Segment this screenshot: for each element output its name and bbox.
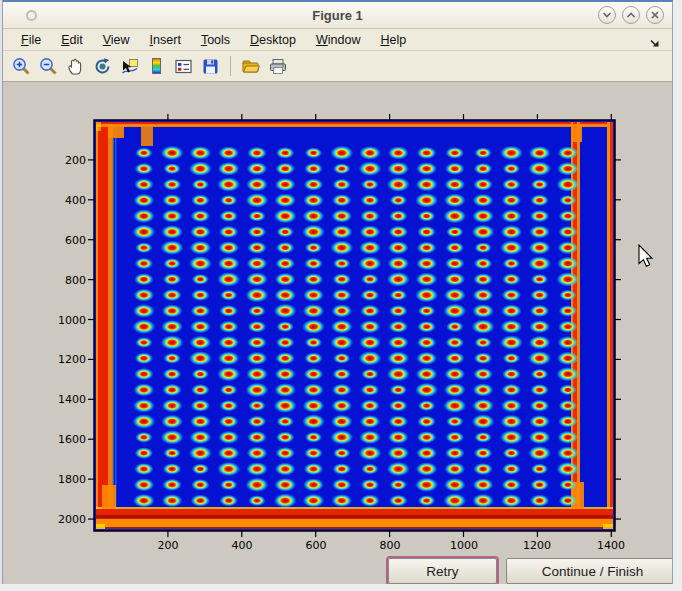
rotate-3d-button[interactable]	[90, 54, 114, 78]
toolbar	[3, 51, 672, 82]
menu-item-file[interactable]: File	[11, 31, 51, 49]
figure-icon	[26, 10, 37, 21]
x-tick-label: 800	[368, 539, 412, 552]
y-tick-label: 600	[44, 234, 86, 247]
retry-button[interactable]: Retry	[388, 558, 497, 584]
y-tick-label: 1200	[44, 353, 86, 366]
zoom-out-icon	[39, 57, 58, 76]
menu-item-desktop[interactable]: Desktop	[240, 31, 306, 49]
print-button[interactable]	[266, 54, 290, 78]
x-tick-label: 600	[294, 539, 338, 552]
colorbar-button[interactable]	[144, 54, 168, 78]
chevron-up-icon	[626, 10, 636, 20]
mouse-cursor-icon	[638, 244, 654, 268]
axes: 2004006008001000120014001600180020002004…	[84, 110, 625, 541]
y-tick-label: 200	[44, 154, 86, 167]
figure-window: Figure 1 File Edit View	[2, 0, 673, 584]
menu-item-edit[interactable]: Edit	[51, 31, 93, 49]
open-button[interactable]	[239, 54, 263, 78]
menubar: File Edit View Insert Tools Desktop Wind…	[3, 29, 672, 51]
arrow-southeast-icon	[649, 37, 660, 48]
x-tick-label: 1400	[589, 539, 633, 552]
x-tick-label: 400	[220, 539, 264, 552]
menu-item-view[interactable]: View	[93, 31, 140, 49]
insert-legend-button[interactable]	[171, 54, 195, 78]
menu-overflow-arrow[interactable]	[649, 34, 660, 52]
zoom-in-icon	[12, 57, 31, 76]
data-cursor-button[interactable]	[117, 54, 141, 78]
close-button[interactable]	[646, 6, 664, 24]
y-tick-label: 400	[44, 194, 86, 207]
menu-item-tools[interactable]: Tools	[191, 31, 240, 49]
toolbar-separator	[230, 56, 231, 76]
window-title: Figure 1	[312, 8, 363, 23]
continue-finish-button[interactable]: Continue / Finish	[506, 558, 672, 584]
save-button[interactable]	[198, 54, 222, 78]
open-folder-icon	[241, 57, 261, 76]
x-tick-label: 1200	[515, 539, 559, 552]
x-tick-label: 200	[146, 539, 190, 552]
shade-button[interactable]	[598, 6, 616, 24]
menu-item-help[interactable]: Help	[370, 31, 416, 49]
zoom-in-button[interactable]	[9, 54, 33, 78]
figure-canvas: 2004006008001000120014001600180020002004…	[3, 82, 672, 585]
maximize-button[interactable]	[622, 6, 640, 24]
y-tick-label: 2000	[44, 513, 86, 526]
chevron-down-icon	[602, 10, 612, 20]
print-icon	[268, 57, 288, 76]
menu-item-insert[interactable]: Insert	[140, 31, 191, 49]
window-bottom-margin	[0, 584, 682, 591]
colorbar-icon	[152, 58, 161, 74]
y-tick-label: 1000	[44, 314, 86, 327]
y-tick-label: 1800	[44, 473, 86, 486]
legend-icon	[174, 57, 193, 76]
scan-image	[84, 110, 625, 541]
close-icon	[650, 10, 660, 20]
data-cursor-icon	[120, 57, 139, 76]
titlebar[interactable]: Figure 1	[3, 2, 672, 29]
y-tick-label: 1600	[44, 433, 86, 446]
x-tick-label: 1000	[442, 539, 486, 552]
pan-hand-icon	[66, 57, 85, 76]
y-tick-label: 800	[44, 274, 86, 287]
y-tick-label: 1400	[44, 393, 86, 406]
pan-button[interactable]	[63, 54, 87, 78]
menu-item-window[interactable]: Window	[306, 31, 370, 49]
zoom-out-button[interactable]	[36, 54, 60, 78]
save-icon	[201, 57, 220, 76]
rotate-3d-icon	[93, 57, 112, 76]
